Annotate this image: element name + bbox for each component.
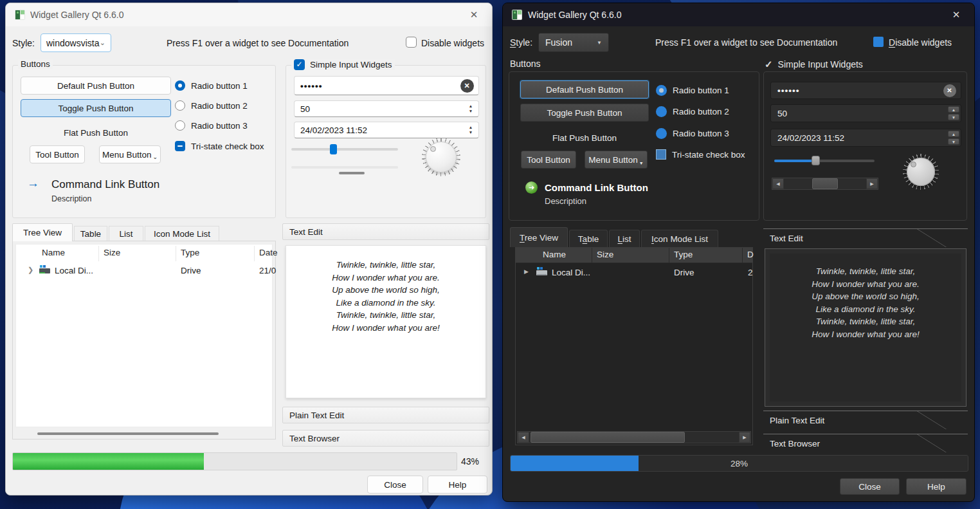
tristate-checkbox[interactable]: Tri-state check box [656, 149, 745, 160]
hscrollbar-handle[interactable] [812, 178, 838, 189]
titlebar[interactable]: Widget Gallery Qt 6.6.0 ✕ [6, 3, 492, 26]
toolbox-plain-text-edit[interactable]: Plain Text Edit [282, 407, 489, 423]
scroll-left-icon[interactable]: ◀ [518, 432, 529, 443]
tree-col-type[interactable]: Type [181, 248, 199, 257]
disable-widgets-checkbox[interactable] [406, 37, 417, 48]
tab-list[interactable]: List [609, 230, 640, 247]
style-combobox[interactable]: Fusion ▼ [538, 33, 609, 52]
help-button[interactable]: Help [428, 476, 487, 494]
tree-view[interactable]: Name Size Type Date ❯ Local Di... Drive … [12, 241, 276, 440]
tab-tree-view[interactable]: Tree View [12, 223, 73, 241]
tab-list[interactable]: List [109, 226, 143, 241]
default-push-button[interactable]: Default Push Button [21, 77, 171, 95]
tree-col-size[interactable]: Size [597, 250, 613, 259]
toolbox-text-edit[interactable]: Text Edit [282, 223, 489, 240]
titlebar[interactable]: Widget Gallery Qt 6.6.0 ✕ [503, 3, 974, 26]
toolbox-text-edit[interactable]: Text Edit [763, 228, 968, 247]
slider-handle[interactable] [812, 156, 820, 165]
clear-text-icon[interactable]: ✕ [943, 84, 956, 97]
close-icon[interactable]: ✕ [947, 9, 965, 21]
slider-track[interactable] [291, 148, 398, 151]
scroll-left-icon[interactable]: ◀ [772, 178, 784, 189]
spinbox[interactable]: 50 ▲▼ [770, 104, 961, 122]
radio-button-1[interactable]: Radio button 1 [656, 85, 729, 96]
tree-row-type[interactable]: Drive [181, 266, 201, 275]
hscrollbar[interactable]: ◀ ▶ [772, 178, 878, 190]
spinbox[interactable]: 50 ▲▼ [294, 100, 479, 117]
toggle-push-button[interactable]: Toggle Push Button [520, 104, 649, 122]
default-push-button[interactable]: Default Push Button [520, 80, 649, 98]
tree-expander-icon[interactable]: ❯ [28, 266, 33, 274]
radio-button-2[interactable]: Radio button 2 [656, 106, 729, 117]
menu-button[interactable]: Menu Button⌄ [99, 145, 161, 163]
slider-handle[interactable] [330, 144, 337, 154]
text-edit-area[interactable]: Twinkle, twinkle, little star, How I won… [765, 248, 966, 407]
tab-icon-mode-list[interactable]: Icon Mode List [641, 230, 718, 247]
scroll-right-icon[interactable]: ▶ [866, 178, 878, 189]
flat-push-button[interactable]: Flat Push Button [520, 130, 649, 145]
radio-button-1[interactable]: Radio button 1 [175, 80, 248, 91]
toolbox-text-browser[interactable]: Text Browser [282, 430, 489, 447]
radio-button-3[interactable]: Radio button 3 [656, 128, 729, 139]
tree-col-type[interactable]: Type [674, 250, 693, 259]
tab-tree-view[interactable]: Tree View [510, 227, 568, 247]
close-icon[interactable]: ✕ [465, 9, 483, 21]
inputs-group-header[interactable]: ✓ Simple Input Widgets [291, 59, 395, 70]
datetime-edit[interactable]: 24/02/2023 11:52 ▲▼ [294, 122, 479, 138]
password-field[interactable]: •••••• ✕ [294, 76, 479, 95]
menu-button[interactable]: Menu Button▼ [585, 151, 648, 169]
tree-row-name[interactable]: Local Di... [55, 266, 93, 275]
style-combobox[interactable]: windowsvista ⌄ [41, 33, 111, 52]
command-link-button[interactable]: Command Link Button [545, 182, 648, 193]
spin-arrows[interactable]: ▲▼ [948, 106, 959, 120]
hscrollbar-track[interactable] [291, 166, 398, 169]
command-link-button[interactable]: Command Link Button [51, 178, 159, 191]
radio-button-2[interactable]: Radio button 2 [175, 100, 248, 111]
radio-button-3[interactable]: Radio button 3 [175, 120, 248, 131]
tool-button[interactable]: Tool Button [30, 145, 85, 163]
toolbox-plain-text-edit[interactable]: Plain Text Edit [763, 411, 968, 429]
tree-hscrollbar-handle[interactable] [531, 432, 685, 443]
tree-col-size[interactable]: Size [104, 248, 120, 257]
tree-hscrollbar-handle[interactable] [37, 432, 219, 435]
spin-arrows[interactable]: ▲▼ [948, 131, 959, 145]
tristate-checkbox[interactable]: Tri-state check box [175, 141, 264, 151]
tab-table[interactable]: Table [74, 226, 107, 241]
flat-push-button[interactable]: Flat Push Button [21, 125, 171, 140]
group-checkbox-checked-icon[interactable]: ✓ [294, 59, 305, 70]
dial[interactable] [903, 154, 939, 190]
tree-col-date[interactable]: D [747, 250, 754, 259]
dial[interactable] [422, 138, 460, 176]
close-button[interactable]: Close [840, 478, 900, 495]
inputs-group-header[interactable]: ✓ Simple Input Widgets [765, 59, 863, 70]
password-field[interactable]: •••••• ✕ [770, 82, 961, 99]
close-button[interactable]: Close [367, 476, 423, 494]
tab-icon-mode-list[interactable]: Icon Mode List [145, 226, 219, 241]
toggle-push-button[interactable]: Toggle Push Button [21, 99, 171, 117]
spin-arrows[interactable]: ▲▼ [466, 102, 476, 115]
help-button[interactable]: Help [906, 478, 966, 495]
tree-view[interactable]: Name Size Type D ▶ Local Di... Drive 2 ◀… [515, 247, 753, 445]
tree-row-date[interactable]: 21/0 [259, 266, 276, 275]
tab-table[interactable]: Table [569, 230, 608, 247]
spin-arrows[interactable]: ▲▼ [466, 124, 476, 136]
tree-row-type[interactable]: Drive [674, 268, 694, 277]
tree-row-name[interactable]: Local Di... [552, 268, 590, 277]
app-icon [15, 10, 25, 20]
tree-col-name[interactable]: Name [543, 250, 566, 259]
tool-button[interactable]: Tool Button [521, 151, 576, 169]
toolbox-text-browser[interactable]: Text Browser [763, 434, 968, 452]
tree-col-name[interactable]: Name [42, 248, 65, 257]
datetime-edit[interactable]: 24/02/2023 11:52 ▲▼ [770, 129, 961, 147]
group-checkbox-checked-icon[interactable]: ✓ [765, 59, 773, 70]
disable-widgets-checkbox[interactable] [873, 37, 884, 47]
style-combobox-value: windowsvista [46, 38, 99, 48]
hscrollbar-handle[interactable] [339, 172, 365, 174]
clear-text-icon[interactable]: ✕ [460, 79, 474, 93]
text-edit-area[interactable]: Twinkle, twinkle, little star, How I won… [286, 245, 486, 398]
tree-row-date[interactable]: 2 [748, 268, 753, 277]
tree-expander-icon[interactable]: ▶ [524, 268, 529, 275]
tree-col-date[interactable]: Date [259, 248, 278, 257]
tree-hscrollbar[interactable]: ◀ ▶ [517, 431, 751, 443]
scroll-right-icon[interactable]: ▶ [739, 432, 750, 443]
